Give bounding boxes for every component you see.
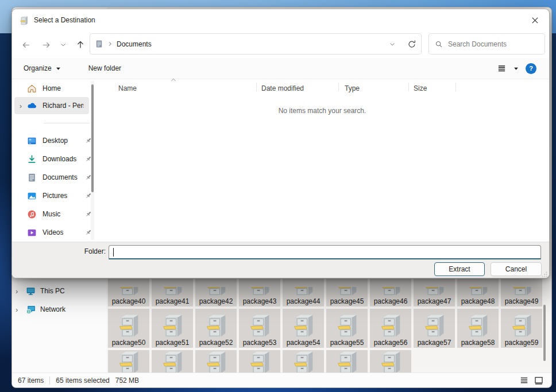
help-button[interactable]: ? — [526, 63, 536, 74]
file-cabinet-icon — [161, 313, 183, 337]
package-item[interactable] — [195, 350, 237, 374]
sidebar-item-pictures[interactable]: Pictures — [14, 187, 89, 204]
file-cabinet-icon — [336, 350, 358, 374]
extract-button[interactable]: Extract — [434, 262, 485, 276]
onedrive-icon — [27, 101, 37, 111]
package-item[interactable]: package40 — [108, 279, 149, 306]
package-item[interactable] — [152, 350, 193, 374]
sidebar-item-label: Home — [43, 84, 61, 92]
breadcrumb-chevron-icon — [107, 41, 113, 47]
large-icons-view-icon[interactable] — [534, 376, 543, 385]
folder-input[interactable] — [113, 246, 538, 258]
address-bar[interactable]: Documents — [90, 33, 422, 55]
package-item[interactable] — [370, 350, 411, 374]
file-cabinet-icon — [249, 287, 271, 296]
package-item[interactable]: package50 — [108, 309, 149, 348]
resize-grip[interactable] — [542, 271, 547, 277]
package-item[interactable]: package46 — [370, 279, 411, 306]
file-cabinet-icon — [423, 313, 445, 337]
scrollbar-thumb[interactable] — [91, 84, 94, 192]
file-cabinet-icon — [205, 313, 227, 337]
file-cabinet-icon — [249, 287, 271, 296]
sidebar-item-downloads[interactable]: Downloads — [14, 150, 89, 168]
file-cabinet-icon — [467, 313, 489, 337]
package-item[interactable]: package44 — [283, 279, 324, 306]
package-item[interactable]: package52 — [195, 309, 237, 348]
scrollbar-thumb[interactable] — [543, 305, 546, 361]
column-header-name[interactable]: Name — [94, 79, 256, 94]
package-item[interactable]: package54 — [283, 309, 324, 348]
sidebar-item-label: Documents — [43, 173, 78, 181]
file-cabinet-icon — [511, 287, 532, 296]
forward-button[interactable] — [39, 38, 53, 51]
organize-menu-button[interactable]: Organize — [24, 64, 61, 72]
package-item[interactable]: package55 — [326, 309, 368, 348]
package-item-label: package46 — [374, 296, 408, 306]
file-cabinet-icon — [336, 287, 358, 296]
recent-locations-button[interactable] — [56, 38, 70, 51]
breadcrumb-item-documents[interactable]: Documents — [117, 40, 152, 48]
chevron-right-icon[interactable]: › — [14, 102, 27, 110]
package-item[interactable]: package56 — [370, 309, 411, 348]
sidebar-item-network[interactable]: › Network — [16, 302, 102, 317]
package-item[interactable]: package53 — [239, 309, 280, 348]
file-cabinet-icon — [292, 350, 314, 374]
package-item[interactable]: package48 — [457, 279, 499, 306]
package-item[interactable]: package43 — [239, 279, 280, 306]
sidebar-item-documents[interactable]: Documents — [14, 169, 89, 186]
refresh-icon[interactable] — [407, 40, 416, 49]
package-item[interactable]: package42 — [195, 279, 237, 306]
up-icon — [76, 40, 85, 49]
view-dropdown-caret-icon[interactable] — [513, 67, 519, 71]
details-view-icon[interactable] — [520, 376, 528, 385]
file-cabinet-icon — [380, 287, 401, 296]
new-folder-label: New folder — [88, 64, 121, 72]
documents-icon — [27, 173, 37, 183]
file-cabinet-icon — [336, 287, 358, 296]
sidebar-item-videos[interactable]: Videos — [14, 224, 89, 241]
change-view-icon[interactable] — [497, 64, 507, 73]
package-item[interactable]: package51 — [152, 309, 193, 348]
file-cabinet-icon — [205, 313, 227, 337]
sidebar-item-onedrive[interactable]: › Richard - Personal — [14, 97, 89, 114]
up-button[interactable] — [74, 38, 87, 51]
chevron-down-icon — [60, 41, 67, 48]
sidebar-item-desktop[interactable]: Desktop — [14, 132, 89, 149]
column-header-size[interactable]: Size — [409, 79, 455, 94]
search-box[interactable] — [428, 33, 545, 55]
package-item[interactable] — [326, 350, 368, 374]
file-cabinet-icon — [118, 287, 140, 296]
cancel-button[interactable]: Cancel — [491, 262, 542, 276]
file-cabinet-icon — [161, 313, 183, 337]
explorer-vertical-scrollbar[interactable] — [542, 279, 547, 371]
back-button[interactable] — [19, 38, 33, 51]
address-dropdown-icon[interactable] — [389, 41, 396, 48]
package-item-label: package57 — [418, 337, 451, 348]
package-item[interactable]: package49 — [501, 279, 542, 306]
package-item[interactable]: package41 — [152, 279, 193, 306]
package-item[interactable]: package58 — [457, 309, 499, 348]
close-button[interactable] — [526, 13, 543, 28]
column-header-date-modified[interactable]: Date modified — [257, 79, 338, 94]
sidebar-item-label: Network — [40, 305, 65, 313]
organize-label: Organize — [24, 64, 52, 72]
sidebar-item-label: Pictures — [43, 192, 67, 200]
chevron-right-icon[interactable]: › — [16, 287, 21, 296]
package-item[interactable]: package57 — [414, 309, 455, 348]
package-item[interactable] — [108, 350, 149, 374]
package-item[interactable] — [283, 350, 324, 374]
sidebar-item-this-pc[interactable]: › This PC — [16, 284, 102, 298]
package-item[interactable]: package59 — [501, 309, 542, 348]
pin-icon — [84, 173, 91, 181]
chevron-right-icon[interactable]: › — [16, 305, 21, 314]
package-item[interactable]: package45 — [326, 279, 368, 306]
package-item[interactable]: package47 — [414, 279, 455, 306]
column-header-type[interactable]: Type — [339, 79, 408, 94]
file-cabinet-icon — [161, 350, 183, 374]
pin-icon — [84, 228, 91, 236]
package-item[interactable] — [239, 350, 280, 374]
new-folder-button[interactable]: New folder — [88, 64, 121, 72]
search-input[interactable] — [448, 40, 539, 48]
sidebar-item-home[interactable]: Home — [14, 80, 89, 97]
sidebar-item-music[interactable]: Music — [14, 205, 89, 223]
